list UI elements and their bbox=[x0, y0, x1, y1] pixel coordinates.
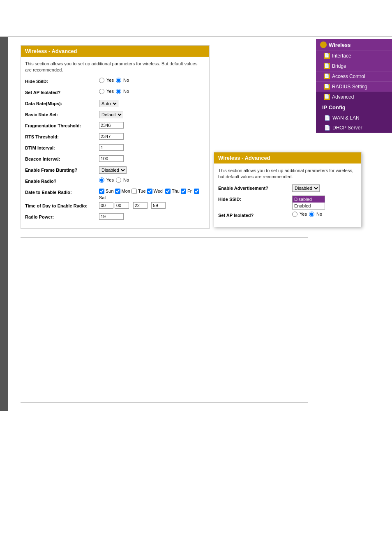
radio-power-label: Radio Power: bbox=[25, 213, 99, 219]
nav-wireless-label: Wireless bbox=[329, 42, 350, 48]
time-enable-radio-row: Time of Day to Enable Radio: - - bbox=[25, 202, 205, 211]
set-ap-no-radio[interactable] bbox=[116, 89, 121, 94]
hide-ssid-dropdown[interactable]: Disabled Enabled bbox=[292, 196, 325, 210]
nav-ip-config-header[interactable]: IP Config bbox=[316, 102, 392, 113]
frame-bursting-label: Enable Frame Bursting? bbox=[25, 166, 99, 173]
nav-interface-label: Interface bbox=[332, 53, 351, 59]
time-enable-radio-value: - - bbox=[99, 202, 205, 209]
nav-wireless-header[interactable]: Wireless bbox=[316, 39, 392, 51]
main-panel-desc: This section allows you to set up additi… bbox=[25, 61, 205, 74]
content-area: Wireless - Advanced This section allows … bbox=[12, 37, 316, 411]
time-h1-input[interactable] bbox=[99, 202, 113, 209]
sat-label: Sat bbox=[99, 195, 106, 200]
overlay-set-ap-value: Yes No bbox=[292, 212, 357, 217]
overlay-hide-ssid-label: Hide SSID: bbox=[218, 196, 292, 202]
left-stripe bbox=[0, 37, 8, 411]
set-ap-isolated-row: Set AP Isolated? Yes No bbox=[25, 89, 205, 98]
enable-radio-label: Enable Radio? bbox=[25, 177, 99, 184]
bottom-space bbox=[21, 238, 308, 402]
main-wireless-panel: Wireless - Advanced This section allows … bbox=[21, 45, 210, 229]
enable-radio-no-radio[interactable] bbox=[116, 177, 121, 183]
wireless-globe-icon bbox=[320, 41, 327, 48]
nav-access-control-item[interactable]: 📄 Access Control bbox=[316, 71, 392, 81]
nav-radius-setting-label: RADIUS Setting bbox=[332, 84, 367, 90]
date-enable-radio-row: Date to Enable Radio: Sun Mon Tue Wed Th… bbox=[25, 189, 205, 200]
nav-access-control-label: Access Control bbox=[332, 74, 365, 79]
frag-threshold-input[interactable] bbox=[99, 122, 124, 129]
nav-bridge-item[interactable]: 📄 Bridge bbox=[316, 61, 392, 71]
frame-bursting-select[interactable]: Disabled Enabled bbox=[99, 166, 127, 174]
basic-rate-set-select[interactable]: Default bbox=[99, 111, 123, 118]
dtim-interval-value bbox=[99, 144, 205, 151]
main-panel-title: Wireless - Advanced bbox=[25, 48, 77, 54]
data-rate-label: Data Rate(Mbps): bbox=[25, 100, 99, 106]
enable-advert-select[interactable]: Disabled Enabled bbox=[292, 184, 320, 192]
set-ap-no-label: No bbox=[123, 89, 129, 94]
set-ap-yes-radio[interactable] bbox=[99, 89, 104, 94]
overlay-panel-body: This section allows you to set up additi… bbox=[214, 164, 361, 227]
overlay-set-ap-label: Set AP Isolated? bbox=[218, 212, 292, 218]
fri-label: Fri bbox=[187, 189, 193, 193]
nav-radius-setting-item[interactable]: 📄 RADIUS Setting bbox=[316, 81, 392, 92]
hide-ssid-value: Yes No bbox=[99, 78, 205, 83]
time-h2-input[interactable] bbox=[115, 202, 129, 209]
time-separator2: - bbox=[149, 203, 150, 208]
nav-wan-lan-item[interactable]: 📄 WAN & LAN bbox=[316, 113, 392, 123]
mon-label: Mon bbox=[122, 189, 130, 193]
beacon-interval-value bbox=[99, 155, 205, 162]
radio-power-value bbox=[99, 213, 205, 220]
sun-checkbox[interactable] bbox=[99, 189, 104, 194]
time-m1-input[interactable] bbox=[133, 202, 148, 209]
sat-checkbox[interactable] bbox=[194, 189, 199, 194]
top-bar bbox=[0, 0, 392, 37]
basic-rate-set-label: Basic Rate Set: bbox=[25, 111, 99, 117]
data-rate-select[interactable]: Auto bbox=[99, 100, 118, 107]
beacon-interval-input[interactable] bbox=[99, 155, 124, 162]
hide-ssid-enabled-option[interactable]: Enabled bbox=[293, 203, 325, 209]
beacon-interval-row: Beacon Interval: bbox=[25, 155, 205, 164]
wed-checkbox[interactable] bbox=[147, 189, 152, 194]
hide-ssid-row: Hide SSID: Yes No bbox=[25, 78, 205, 87]
date-enable-radio-label: Date to Enable Radio: bbox=[25, 189, 99, 195]
thu-checkbox[interactable] bbox=[165, 189, 171, 194]
enable-radio-yes-label: Yes bbox=[106, 177, 114, 182]
frame-bursting-value: Disabled Enabled bbox=[99, 166, 205, 174]
tue-checkbox[interactable] bbox=[131, 189, 137, 194]
set-ap-isolated-value: Yes No bbox=[99, 89, 205, 94]
time-separator: - bbox=[130, 203, 132, 208]
enable-radio-no-label: No bbox=[123, 177, 129, 182]
radio-power-input[interactable] bbox=[99, 213, 124, 220]
dtim-interval-input[interactable] bbox=[99, 144, 124, 151]
fri-checkbox[interactable] bbox=[181, 189, 186, 194]
mon-checkbox[interactable] bbox=[115, 189, 120, 194]
enable-radio-row: Enable Radio? Yes No bbox=[25, 177, 205, 187]
time-enable-radio-label: Time of Day to Enable Radio: bbox=[25, 202, 99, 208]
hide-ssid-no-radio[interactable] bbox=[116, 78, 121, 83]
overlay-set-ap-row: Set AP Isolated? Yes No bbox=[218, 212, 357, 221]
enable-advert-row: Enable Advertisement? Disabled Enabled bbox=[218, 184, 357, 193]
basic-rate-set-value: Default bbox=[99, 111, 205, 118]
overlay-set-ap-yes-radio[interactable] bbox=[292, 212, 297, 217]
hide-ssid-yes-radio[interactable] bbox=[99, 78, 104, 83]
nav-bridge-label: Bridge bbox=[332, 63, 346, 69]
enable-radio-value: Yes No bbox=[99, 177, 205, 183]
nav-interface-item[interactable]: 📄 Interface bbox=[316, 51, 392, 61]
data-rate-row: Data Rate(Mbps): Auto bbox=[25, 100, 205, 109]
enable-advert-label: Enable Advertisement? bbox=[218, 184, 292, 191]
hide-ssid-yes-label: Yes bbox=[106, 78, 114, 83]
nav-advanced-item[interactable]: 📄 Advanced bbox=[316, 92, 392, 102]
data-rate-value: Auto bbox=[99, 100, 205, 107]
time-m2-input[interactable] bbox=[151, 202, 166, 209]
beacon-interval-label: Beacon Interval: bbox=[25, 155, 99, 161]
frag-threshold-label: Fragmentation Threshold: bbox=[25, 122, 99, 128]
dhcp-server-icon: 📄 bbox=[324, 125, 330, 131]
main-panel-body: This section allows you to set up additi… bbox=[21, 57, 209, 228]
nav-dhcp-server-item[interactable]: 📄 DHCP Server bbox=[316, 123, 392, 133]
overlay-set-ap-no-radio[interactable] bbox=[309, 212, 314, 217]
rts-threshold-input[interactable] bbox=[99, 133, 124, 140]
main-panel-header: Wireless - Advanced bbox=[21, 46, 209, 57]
basic-rate-set-row: Basic Rate Set: Default bbox=[25, 111, 205, 120]
enable-radio-yes-radio[interactable] bbox=[99, 177, 104, 183]
hide-ssid-disabled-option[interactable]: Disabled bbox=[293, 196, 325, 203]
overlay-set-ap-yes-label: Yes bbox=[300, 212, 307, 216]
